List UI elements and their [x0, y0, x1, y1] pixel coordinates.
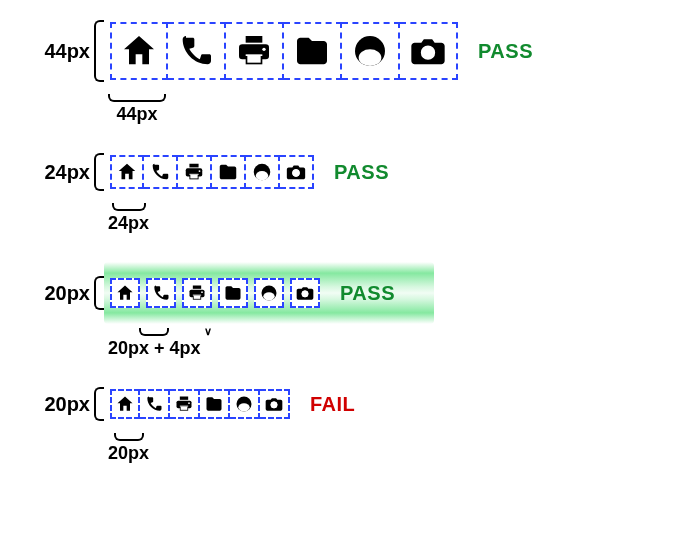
- icon-target-folder[interactable]: [218, 278, 248, 308]
- row-size-label: 20px: [30, 393, 94, 416]
- row-24: 24px PASS: [30, 153, 648, 191]
- face-icon: [259, 283, 279, 303]
- printer-icon: [174, 394, 194, 414]
- folder-icon: [217, 161, 239, 183]
- icon-target-folder[interactable]: [200, 389, 230, 419]
- icon-target-camera[interactable]: [290, 278, 320, 308]
- camera-icon: [408, 31, 448, 71]
- highlight-band: 20px PASS: [30, 262, 648, 324]
- vertical-bracket: [94, 20, 104, 82]
- under-caption-row: 20px: [30, 433, 648, 464]
- under-caption-row: 20px + 4px ∨: [30, 328, 648, 359]
- horizontal-bracket: 20px: [108, 433, 149, 464]
- status-label: FAIL: [310, 393, 355, 416]
- icon-strip: [110, 22, 458, 80]
- printer-icon: [187, 283, 207, 303]
- icon-target-printer[interactable]: [178, 155, 212, 189]
- row-size-label: 24px: [30, 161, 94, 184]
- horizontal-bracket: 44px: [108, 94, 166, 125]
- phone-icon: [149, 161, 171, 183]
- under-caption-row: 44px: [30, 94, 648, 125]
- vertical-bracket: [94, 153, 104, 191]
- icon-target-phone[interactable]: [140, 389, 170, 419]
- icon-target-face[interactable]: [342, 22, 400, 80]
- home-icon: [116, 161, 138, 183]
- face-icon: [251, 161, 273, 183]
- home-icon: [115, 394, 135, 414]
- icon-target-folder[interactable]: [212, 155, 246, 189]
- icon-strip: [110, 155, 314, 189]
- home-icon: [119, 31, 159, 71]
- under-caption-row: 24px: [30, 203, 648, 234]
- icon-target-home[interactable]: [110, 155, 144, 189]
- row-20-tight: 20px FAIL: [30, 387, 648, 421]
- face-icon: [350, 31, 390, 71]
- row-44: 44px PASS: [30, 20, 648, 82]
- vertical-bracket: [94, 387, 104, 421]
- camera-icon: [295, 283, 315, 303]
- camera-icon: [264, 394, 284, 414]
- folder-icon: [292, 31, 332, 71]
- phone-icon: [176, 31, 216, 71]
- under-size-label: 24px: [108, 213, 149, 234]
- icon-target-face[interactable]: [230, 389, 260, 419]
- status-label: PASS: [478, 40, 533, 63]
- under-size-label: 20px + 4px: [108, 338, 201, 359]
- row-size-label: 44px: [30, 40, 94, 63]
- phone-icon: [144, 394, 164, 414]
- icon-target-folder[interactable]: [284, 22, 342, 80]
- icon-target-phone[interactable]: [144, 155, 178, 189]
- row-size-label: 20px: [30, 282, 94, 305]
- under-size-label: 20px: [108, 443, 149, 464]
- icon-target-phone[interactable]: [146, 278, 176, 308]
- vertical-bracket: [94, 276, 104, 310]
- under-size-label: 44px: [116, 104, 157, 125]
- icon-target-phone[interactable]: [168, 22, 226, 80]
- phone-icon: [151, 283, 171, 303]
- gap-bracket: ∨: [204, 328, 212, 334]
- folder-icon: [204, 394, 224, 414]
- icon-target-camera[interactable]: [260, 389, 290, 419]
- icon-target-home[interactable]: [110, 22, 168, 80]
- status-label: PASS: [334, 161, 389, 184]
- printer-icon: [183, 161, 205, 183]
- status-label: PASS: [340, 282, 395, 305]
- icon-strip: [110, 278, 320, 308]
- icon-strip: [110, 389, 290, 419]
- icon-target-printer[interactable]: [226, 22, 284, 80]
- icon-target-printer[interactable]: [170, 389, 200, 419]
- horizontal-bracket: 20px + 4px: [108, 328, 201, 359]
- printer-icon: [234, 31, 274, 71]
- icon-target-printer[interactable]: [182, 278, 212, 308]
- icon-target-home[interactable]: [110, 389, 140, 419]
- icon-target-home[interactable]: [110, 278, 140, 308]
- folder-icon: [223, 283, 243, 303]
- icon-target-face[interactable]: [246, 155, 280, 189]
- camera-icon: [285, 161, 307, 183]
- row-20-spaced: 20px PASS: [30, 276, 648, 310]
- face-icon: [234, 394, 254, 414]
- icon-target-face[interactable]: [254, 278, 284, 308]
- icon-target-camera[interactable]: [400, 22, 458, 80]
- home-icon: [115, 283, 135, 303]
- horizontal-bracket: 24px: [108, 203, 149, 234]
- icon-target-camera[interactable]: [280, 155, 314, 189]
